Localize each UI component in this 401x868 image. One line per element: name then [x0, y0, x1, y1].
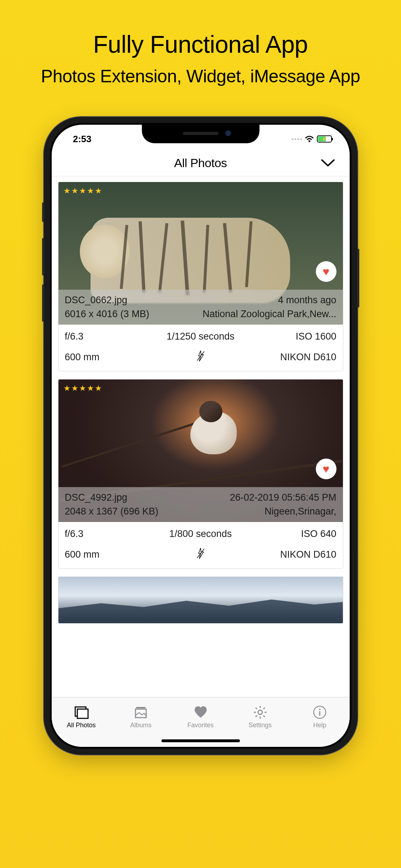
star-icon: ★: [71, 186, 78, 196]
svg-rect-4: [136, 707, 145, 708]
camera-label: NIKON D610: [246, 549, 336, 560]
battery-icon: ⚡: [317, 135, 332, 143]
svg-line-12: [263, 715, 265, 717]
rating-stars: ★ ★ ★ ★ ★: [63, 384, 102, 393]
heart-icon: ♥: [323, 265, 329, 278]
photo-info-overlay: DSC_4992.jpg 26-02-2019 05:56:45 PM 2048…: [58, 487, 343, 522]
tab-label: Settings: [248, 722, 272, 729]
dimensions-label: 2048 x 1367 (696 KB): [65, 506, 159, 517]
gear-icon: [252, 705, 268, 719]
dimensions-label: 6016 x 4016 (3 MB): [65, 309, 149, 320]
star-icon: ★: [87, 186, 94, 196]
aperture-label: f/6.3: [65, 528, 155, 539]
location-label: Nigeen,Srinagar,: [264, 506, 336, 517]
star-icon: ★: [79, 186, 86, 196]
info-icon: [312, 705, 328, 719]
notch: [142, 125, 259, 143]
svg-line-11: [256, 708, 257, 709]
svg-line-14: [256, 715, 257, 717]
svg-line-13: [263, 708, 265, 709]
tab-favorites[interactable]: Favorites: [171, 697, 230, 737]
photo-card[interactable]: ★ ★ ★ ★ ★ ♥ DSC_0662.jpg 4 mont: [58, 182, 343, 371]
iso-label: ISO 1600: [246, 331, 336, 342]
albums-icon: [133, 705, 149, 719]
aperture-label: f/6.3: [65, 331, 155, 342]
page-title: All Photos: [174, 156, 227, 170]
photo-thumbnail[interactable]: ★ ★ ★ ★ ★ ♥ DSC_0662.jpg 4 mont: [58, 182, 343, 325]
tab-label: All Photos: [67, 722, 96, 729]
camera-label: NIKON D610: [246, 352, 336, 363]
svg-point-16: [319, 709, 320, 710]
heart-icon: ♥: [323, 463, 329, 476]
photo-thumbnail[interactable]: ★ ★ ★ ★ ★ ♥ DSC_4992.jpg 26-02-: [58, 379, 343, 522]
tab-albums[interactable]: Albums: [111, 697, 171, 737]
star-icon: ★: [95, 186, 102, 196]
favorite-button[interactable]: ♥: [316, 261, 336, 282]
nav-header: All Photos: [52, 150, 350, 176]
focal-length-label: 600 mm: [65, 549, 155, 560]
flash-off-icon: [155, 350, 246, 365]
favorite-button[interactable]: ♥: [316, 459, 336, 479]
cellular-dots-icon: [292, 138, 302, 140]
svg-point-6: [258, 710, 262, 714]
volume-up-button: [42, 238, 44, 275]
wifi-icon: [305, 135, 314, 143]
promo-subtitle: Photos Extension, Widget, iMessage App: [41, 66, 360, 87]
tab-label: Albums: [130, 722, 151, 729]
tab-all-photos[interactable]: All Photos: [52, 697, 111, 737]
shutter-label: 1/1250 seconds: [155, 331, 246, 342]
star-icon: ★: [63, 384, 71, 393]
age-label: 4 months ago: [278, 295, 336, 306]
location-label: National Zoological Park,New...: [202, 309, 336, 320]
star-icon: ★: [79, 384, 86, 393]
tab-help[interactable]: Help: [290, 697, 349, 737]
photos-stack-icon: [73, 705, 89, 719]
heart-icon: [193, 705, 209, 719]
rating-stars: ★ ★ ★ ★ ★: [63, 186, 102, 196]
photo-card[interactable]: [58, 577, 343, 624]
flash-off-icon: [155, 547, 246, 562]
star-icon: ★: [71, 384, 78, 393]
exif-info: f/6.3 1/800 seconds ISO 640 600 mm: [58, 522, 343, 568]
phone-frame: 2:53 ⚡ All Photos: [44, 117, 358, 755]
photo-thumbnail[interactable]: [58, 577, 343, 623]
tab-settings[interactable]: Settings: [230, 697, 290, 737]
star-icon: ★: [63, 186, 71, 196]
power-button: [357, 249, 359, 308]
status-time: 2:53: [73, 134, 92, 145]
mute-switch: [42, 202, 44, 222]
home-indicator[interactable]: [161, 739, 240, 742]
chevron-down-icon[interactable]: [320, 159, 335, 167]
svg-rect-3: [77, 709, 88, 718]
iso-label: ISO 640: [246, 528, 336, 539]
tab-label: Favorites: [187, 722, 214, 729]
age-label: 26-02-2019 05:56:45 PM: [230, 492, 336, 503]
volume-down-button: [42, 284, 44, 322]
star-icon: ★: [95, 384, 102, 393]
star-icon: ★: [87, 384, 94, 393]
tab-label: Help: [313, 722, 326, 729]
exif-info: f/6.3 1/1250 seconds ISO 1600 600 mm: [58, 325, 343, 371]
filename-label: DSC_4992.jpg: [65, 492, 128, 503]
photo-card[interactable]: ★ ★ ★ ★ ★ ♥ DSC_4992.jpg 26-02-: [58, 379, 343, 569]
focal-length-label: 600 mm: [65, 352, 155, 363]
filename-label: DSC_0662.jpg: [65, 295, 128, 306]
promo-title: Fully Functional App: [93, 30, 308, 58]
photo-info-overlay: DSC_0662.jpg 4 months ago 6016 x 4016 (3…: [58, 290, 343, 325]
shutter-label: 1/800 seconds: [155, 528, 246, 539]
